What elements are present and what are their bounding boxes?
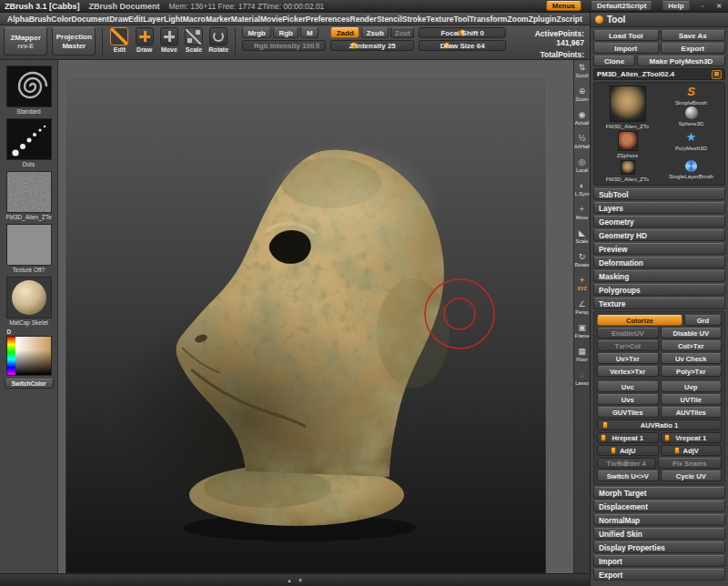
recent-tool-slot[interactable]: FM3D_Alien_ZTo: [597, 160, 658, 182]
rgb-intensity-slider[interactable]: Rgb Intensity 100: [242, 40, 326, 51]
cycle-uv-button[interactable]: Cycle UV: [661, 470, 723, 481]
polymesh3d-slot[interactable]: ★ PolyMesh3D: [661, 131, 722, 158]
shelf-item[interactable]: ◉ Actual: [574, 110, 590, 134]
rename-button[interactable]: R: [712, 70, 722, 79]
shelf-item[interactable]: ◎ Local: [574, 157, 590, 181]
hrepeat-slider[interactable]: Hrepeat 1: [597, 432, 659, 443]
menu-item[interactable]: Document: [72, 15, 110, 24]
load-tool-button[interactable]: Load Tool: [593, 30, 659, 41]
tool-section-header[interactable]: Polygroups: [593, 284, 725, 296]
zadd-button[interactable]: Zadd: [330, 27, 359, 38]
active-tool-name-bar[interactable]: PM3D_Alien_ZTool02.4 R: [593, 68, 725, 80]
menu-item[interactable]: Texture: [426, 15, 453, 24]
tool-section-header[interactable]: Geometry: [593, 216, 725, 227]
txr-to-col-button[interactable]: Txr>Col: [597, 340, 659, 351]
menu-item[interactable]: Zoom: [508, 15, 529, 24]
menu-item[interactable]: Brush: [29, 15, 52, 24]
texture-section-header[interactable]: Texture: [593, 298, 725, 309]
color-picker-area[interactable]: [6, 336, 52, 376]
uvtile-button[interactable]: UVTile: [661, 394, 723, 405]
tool-section-header[interactable]: SubTool: [593, 188, 725, 200]
color-picker[interactable]: D: [6, 329, 52, 376]
export-tool-button[interactable]: Export: [661, 43, 726, 54]
save-as-button[interactable]: Save As: [661, 30, 726, 41]
stroke-selector[interactable]: Dots: [6, 118, 52, 168]
shelf-item[interactable]: ◐ L.Sym: [574, 181, 590, 205]
menu-item[interactable]: Material: [231, 15, 260, 24]
texture-selector[interactable]: Texture Off?: [6, 224, 52, 274]
focal-shift-slider[interactable]: Focal Shift 0: [419, 27, 506, 38]
uvp-button[interactable]: Uvp: [661, 381, 723, 392]
singlelayerbrush-slot[interactable]: SingleLayerBrush: [661, 160, 722, 182]
document-canvas[interactable]: [58, 60, 573, 573]
vertex-to-txr-button[interactable]: Vertex>Txr: [597, 366, 659, 377]
z-intensity-slider[interactable]: Z Intensity 25: [330, 40, 414, 51]
close-icon[interactable]: ✕: [714, 3, 723, 10]
tool-section-header[interactable]: Geometry HD: [593, 229, 725, 241]
draw-button[interactable]: Draw: [135, 27, 155, 53]
uv-check-button[interactable]: Uv Check: [661, 353, 723, 364]
menu-item[interactable]: Zscript: [556, 15, 581, 24]
singlelayerbrush-icon[interactable]: [685, 160, 697, 172]
menu-item[interactable]: Zplugin: [529, 15, 557, 24]
import-tool-button[interactable]: Import: [593, 43, 659, 54]
zsphere-icon[interactable]: [618, 131, 638, 151]
make-polymesh3d-button[interactable]: Make PolyMesh3D: [637, 56, 725, 66]
tool-section-header[interactable]: Export: [593, 569, 725, 581]
move-button[interactable]: Move: [159, 27, 179, 53]
shelf-item[interactable]: ↻ Rotate: [574, 252, 590, 276]
tool-section-header[interactable]: Deformation: [593, 257, 725, 268]
menu-item[interactable]: Marker: [206, 15, 231, 24]
recent-tool-thumbnail[interactable]: [621, 160, 635, 175]
projection-master-button[interactable]: Projection Master: [52, 27, 96, 56]
tool-section-header[interactable]: Displacement: [593, 500, 725, 512]
tool-section-header[interactable]: Unified Skin: [593, 528, 725, 540]
tool-section-header[interactable]: Display Properties: [593, 541, 725, 553]
txrborder-slider[interactable]: TxrBorder 4: [597, 458, 656, 469]
shelf-item[interactable]: + Move: [574, 205, 590, 228]
grd-button[interactable]: Grd: [684, 315, 722, 326]
menu-item[interactable]: Draw: [109, 15, 128, 24]
hue-strip[interactable]: [7, 337, 15, 375]
bottom-scrollbar[interactable]: ▲ ▼: [0, 573, 590, 586]
menu-item[interactable]: Edit: [128, 15, 143, 24]
uvc-button[interactable]: Uvc: [597, 381, 659, 392]
clone-button[interactable]: Clone: [593, 56, 635, 66]
fix-seams-button[interactable]: Fix Seams: [658, 458, 723, 469]
alpha-selector[interactable]: FM3D_Alien_ZTe: [5, 171, 51, 221]
menu-item[interactable]: Macro: [183, 15, 206, 24]
tool-section-header[interactable]: Masking: [593, 270, 725, 282]
tool-section-header[interactable]: Morph Target: [593, 487, 725, 499]
simplebrush-icon[interactable]: S: [687, 86, 695, 98]
shelf-item[interactable]: ∠ Persp: [574, 299, 590, 323]
enable-uv-button[interactable]: EnableUV: [597, 328, 659, 338]
tool-section-header[interactable]: Preview: [593, 243, 725, 255]
colorize-button[interactable]: Colorize: [597, 315, 682, 326]
shelf-item[interactable]: ⊕ Zoom: [574, 86, 590, 110]
adjv-slider[interactable]: AdjV: [661, 445, 723, 456]
menu-item[interactable]: Layer: [143, 15, 164, 24]
shelf-item[interactable]: + XYZ: [574, 276, 590, 299]
tool-panel-header[interactable]: Tool: [591, 13, 728, 27]
mrgb-button[interactable]: Mrgb: [242, 27, 271, 38]
menus-button[interactable]: Menus: [546, 1, 581, 11]
tool-section-header[interactable]: Import: [593, 555, 725, 567]
poly-to-txr-button[interactable]: Poly>Txr: [661, 366, 723, 377]
shelf-item[interactable]: ▣ Frame: [574, 323, 590, 347]
shelf-item[interactable]: ◣ Scale: [574, 228, 590, 252]
default2script-button[interactable]: Default2Script: [591, 1, 652, 11]
slider-knob[interactable]: [602, 421, 608, 429]
slider-knob[interactable]: [601, 434, 606, 441]
zmapper-button[interactable]: ZMapper rev-E: [4, 27, 47, 56]
tool-section-header[interactable]: NormalMap: [593, 514, 725, 526]
menu-item[interactable]: Alpha: [7, 15, 29, 24]
menu-item[interactable]: Movie: [260, 15, 282, 24]
m-button[interactable]: M: [300, 27, 318, 38]
shelf-item[interactable]: ◌ Lasso: [574, 370, 590, 394]
menu-item[interactable]: Preferences: [306, 15, 350, 24]
disable-uv-button[interactable]: Disable UV: [661, 328, 723, 338]
scale-button[interactable]: Scale: [184, 27, 204, 53]
slider-knob[interactable]: [674, 447, 680, 454]
menu-item[interactable]: Stroke: [402, 15, 426, 24]
canvas-area[interactable]: [58, 60, 573, 573]
